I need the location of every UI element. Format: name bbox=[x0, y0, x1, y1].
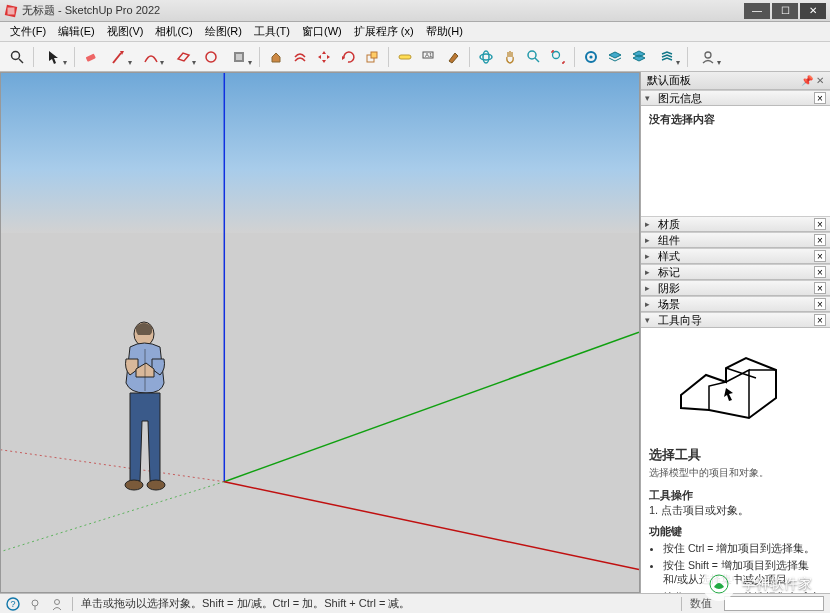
panel-close-icon[interactable]: × bbox=[814, 298, 826, 310]
menu-camera[interactable]: 相机(C) bbox=[149, 22, 198, 41]
panel-shadows[interactable]: ▸阴影× bbox=[641, 280, 830, 296]
svg-rect-7 bbox=[236, 54, 242, 60]
measurement-input[interactable] bbox=[724, 596, 824, 611]
zoom-icon[interactable] bbox=[523, 46, 545, 68]
help-icon[interactable]: ? bbox=[6, 597, 20, 611]
svg-line-3 bbox=[19, 59, 23, 63]
panel-close-icon[interactable]: × bbox=[814, 314, 826, 326]
outliner-icon[interactable] bbox=[652, 46, 682, 68]
search-icon[interactable] bbox=[6, 46, 28, 68]
window-title: 无标题 - SketchUp Pro 2022 bbox=[22, 3, 744, 18]
warehouse-icon[interactable] bbox=[580, 46, 602, 68]
caret-down-icon: ▾ bbox=[645, 315, 655, 325]
eraser-icon[interactable] bbox=[80, 46, 102, 68]
panel-components[interactable]: ▸组件× bbox=[641, 232, 830, 248]
layers-icon[interactable] bbox=[604, 46, 626, 68]
profile-icon[interactable] bbox=[693, 46, 723, 68]
offset-icon[interactable] bbox=[289, 46, 311, 68]
panel-instructor-header[interactable]: ▾ 工具向导 × bbox=[641, 312, 830, 328]
panel-close-icon[interactable]: × bbox=[814, 282, 826, 294]
tape-icon[interactable] bbox=[394, 46, 416, 68]
menu-tools[interactable]: 工具(T) bbox=[248, 22, 296, 41]
menu-view[interactable]: 视图(V) bbox=[101, 22, 150, 41]
line-tool-icon[interactable] bbox=[104, 46, 134, 68]
svg-point-13 bbox=[480, 54, 492, 60]
circle-tool-icon[interactable] bbox=[200, 46, 222, 68]
svg-line-22 bbox=[224, 332, 639, 482]
paint-icon[interactable] bbox=[442, 46, 464, 68]
window-buttons: — ☐ ✕ bbox=[744, 3, 826, 19]
scale-icon[interactable] bbox=[361, 46, 383, 68]
menu-edit[interactable]: 编辑(E) bbox=[52, 22, 101, 41]
panel-close-icon[interactable]: × bbox=[814, 92, 826, 104]
viewport[interactable] bbox=[0, 72, 640, 593]
move-icon[interactable] bbox=[313, 46, 335, 68]
menu-file[interactable]: 文件(F) bbox=[4, 22, 52, 41]
panel-materials[interactable]: ▸材质× bbox=[641, 216, 830, 232]
tray-title: 默认面板 bbox=[647, 73, 691, 88]
menu-window[interactable]: 窗口(W) bbox=[296, 22, 348, 41]
maximize-button[interactable]: ☐ bbox=[772, 3, 798, 19]
caret-right-icon: ▸ bbox=[645, 251, 655, 261]
panel-close-icon[interactable]: × bbox=[814, 250, 826, 262]
instructor-tool-sub: 选择模型中的项目和对象。 bbox=[649, 466, 822, 480]
menu-draw[interactable]: 绘图(R) bbox=[199, 22, 248, 41]
text-icon[interactable]: A1 bbox=[418, 46, 440, 68]
panel-tags[interactable]: ▸标记× bbox=[641, 264, 830, 280]
svg-rect-10 bbox=[399, 55, 411, 59]
geo-icon[interactable] bbox=[28, 597, 42, 611]
panel-entity-header[interactable]: ▾ 图元信息 × bbox=[641, 90, 830, 106]
arc-tool-icon[interactable] bbox=[136, 46, 166, 68]
pin-icon[interactable]: 📌 ✕ bbox=[801, 75, 824, 86]
svg-text:?: ? bbox=[11, 599, 16, 609]
svg-text:A1: A1 bbox=[425, 52, 433, 58]
svg-point-2 bbox=[12, 51, 20, 59]
titlebar: 无标题 - SketchUp Pro 2022 — ☐ ✕ bbox=[0, 0, 830, 22]
tray-header[interactable]: 默认面板 📌 ✕ bbox=[641, 72, 830, 90]
svg-line-16 bbox=[535, 58, 539, 62]
menubar: 文件(F) 编辑(E) 视图(V) 相机(C) 绘图(R) 工具(T) 窗口(W… bbox=[0, 22, 830, 42]
svg-point-32 bbox=[32, 600, 38, 606]
zoom-extents-icon[interactable] bbox=[547, 46, 569, 68]
panel-scenes[interactable]: ▸场景× bbox=[641, 296, 830, 312]
svg-line-24 bbox=[224, 482, 639, 570]
instructor-tool-name: 选择工具 bbox=[649, 446, 822, 464]
status-hint: 单击或拖动以选择对象。Shift = 加/减。Ctrl = 加。Shift + … bbox=[81, 596, 673, 611]
instructor-diagram bbox=[649, 340, 822, 432]
svg-rect-4 bbox=[86, 53, 96, 61]
caret-down-icon: ▾ bbox=[645, 93, 655, 103]
panel-close-icon[interactable]: × bbox=[814, 234, 826, 246]
select-tool-icon[interactable] bbox=[39, 46, 69, 68]
instructor-key-item: 按住 Shift+Ctrl = 从选择集中减少项目。 bbox=[663, 590, 822, 593]
caret-right-icon: ▸ bbox=[645, 283, 655, 293]
axes bbox=[1, 73, 639, 592]
credit-icon[interactable] bbox=[50, 597, 64, 611]
rotate-icon[interactable] bbox=[337, 46, 359, 68]
tray-panel: 默认面板 📌 ✕ ▾ 图元信息 × 没有选择内容 ▸材质× ▸组件× ▸样式× … bbox=[640, 72, 830, 593]
minimize-button[interactable]: — bbox=[744, 3, 770, 19]
rectangle-tool-icon[interactable] bbox=[168, 46, 198, 68]
instructor-op-1: 1. 点击项目或对象。 bbox=[649, 503, 822, 518]
instructor-op-title: 工具操作 bbox=[649, 488, 822, 503]
caret-right-icon: ▸ bbox=[645, 299, 655, 309]
polygon-tool-icon[interactable] bbox=[224, 46, 254, 68]
orbit-icon[interactable] bbox=[475, 46, 497, 68]
pushpull-icon[interactable] bbox=[265, 46, 287, 68]
svg-rect-9 bbox=[371, 52, 377, 58]
svg-point-14 bbox=[483, 51, 489, 63]
close-button[interactable]: ✕ bbox=[800, 3, 826, 19]
default-figure bbox=[106, 321, 186, 496]
instructor-keys-title: 功能键 bbox=[649, 524, 822, 539]
panel-close-icon[interactable]: × bbox=[814, 218, 826, 230]
svg-point-15 bbox=[528, 51, 536, 59]
panel-styles[interactable]: ▸样式× bbox=[641, 248, 830, 264]
section-icon[interactable] bbox=[628, 46, 650, 68]
instructor-key-item: 按住 Ctrl = 增加项目到选择集。 bbox=[663, 541, 822, 555]
svg-point-5 bbox=[206, 52, 216, 62]
menu-help[interactable]: 帮助(H) bbox=[420, 22, 469, 41]
svg-point-19 bbox=[589, 55, 592, 58]
menu-extensions[interactable]: 扩展程序 (x) bbox=[348, 22, 420, 41]
svg-rect-1 bbox=[8, 7, 15, 14]
panel-close-icon[interactable]: × bbox=[814, 266, 826, 278]
pan-icon[interactable] bbox=[499, 46, 521, 68]
